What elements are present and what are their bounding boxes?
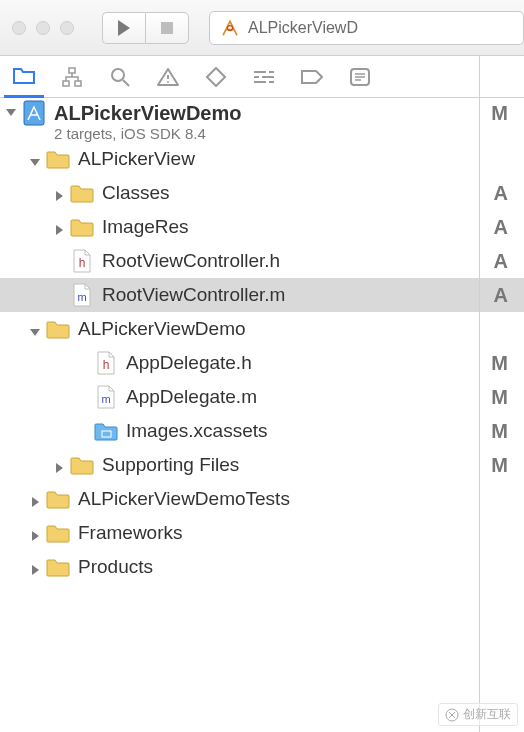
tree-item-label: AppDelegate.m: [126, 386, 257, 408]
tree-item-label: Supporting Files: [102, 454, 239, 476]
navigator-filter-bar: [0, 56, 524, 98]
folder-icon: [46, 488, 70, 510]
scm-status: A: [494, 284, 508, 307]
tree-row[interactable]: RootViewController.mA: [0, 278, 524, 312]
scm-status: M: [491, 386, 508, 409]
scm-status: A: [494, 216, 508, 239]
folder-icon: [46, 318, 70, 340]
test-navigator-tab[interactable]: [196, 57, 236, 97]
tree-item-label: Products: [78, 556, 153, 578]
search-icon: [110, 67, 130, 87]
scm-status: M: [491, 454, 508, 477]
disclosure-triangle: [52, 288, 66, 302]
tree-row[interactable]: Supporting FilesM: [0, 448, 524, 482]
report-navigator-tab[interactable]: [340, 57, 380, 97]
tree-row[interactable]: AppDelegate.mM: [0, 380, 524, 414]
disclosure-triangle[interactable]: [52, 458, 66, 472]
tree-item-label: Classes: [102, 182, 170, 204]
disclosure-triangle: [76, 356, 90, 370]
folder-icon: [13, 66, 35, 84]
tree-item-label: ALPickerView: [78, 148, 195, 170]
play-icon: [117, 20, 131, 36]
project-subtitle: 2 targets, iOS SDK 8.4: [54, 125, 242, 142]
app-icon: [220, 18, 240, 38]
svg-point-5: [112, 69, 124, 81]
breakpoint-navigator-tab[interactable]: [292, 57, 332, 97]
disclosure-triangle[interactable]: [4, 102, 18, 116]
tree-row[interactable]: ImageResA: [0, 210, 524, 244]
tree-item-label: ALPickerViewDemoTests: [78, 488, 290, 510]
symbol-navigator-tab[interactable]: [52, 57, 92, 97]
tree-row[interactable]: Images.xcassetsM: [0, 414, 524, 448]
svg-point-8: [167, 81, 169, 83]
disclosure-triangle[interactable]: [28, 322, 42, 336]
issue-navigator-tab[interactable]: [148, 57, 188, 97]
minimize-window-button[interactable]: [36, 21, 50, 35]
tree-row[interactable]: ALPickerViewDemo: [0, 312, 524, 346]
hierarchy-icon: [61, 67, 83, 87]
tree-row[interactable]: RootViewController.hA: [0, 244, 524, 278]
run-stop-group: [102, 12, 189, 44]
stop-icon: [160, 21, 174, 35]
zoom-window-button[interactable]: [60, 21, 74, 35]
tree-row[interactable]: Products: [0, 550, 524, 584]
diamond-icon: [206, 67, 226, 87]
implementation-file-icon: [94, 386, 118, 408]
disclosure-triangle[interactable]: [52, 186, 66, 200]
scm-status: A: [494, 250, 508, 273]
implementation-file-icon: [70, 284, 94, 306]
tree-item-label: Frameworks: [78, 522, 183, 544]
scheme-selector[interactable]: ALPickerViewD: [209, 11, 524, 45]
header-file-icon: [94, 352, 118, 374]
xcode-project-icon: [22, 102, 46, 124]
disclosure-triangle: [76, 390, 90, 404]
close-window-button[interactable]: [12, 21, 26, 35]
breakpoint-icon: [301, 69, 323, 85]
folder-icon: [70, 182, 94, 204]
project-navigator: ALPickerViewDemo 2 targets, iOS SDK 8.4 …: [0, 98, 524, 732]
disclosure-triangle[interactable]: [28, 492, 42, 506]
scm-status: A: [494, 182, 508, 205]
tree-item-label: RootViewController.h: [102, 250, 280, 272]
scheme-title: ALPickerViewD: [248, 19, 358, 37]
debug-navigator-tab[interactable]: [244, 57, 284, 97]
svg-line-6: [123, 80, 129, 86]
run-button[interactable]: [102, 12, 145, 44]
window-toolbar: ALPickerViewD: [0, 0, 524, 56]
svg-rect-4: [75, 81, 81, 86]
stop-button[interactable]: [145, 12, 189, 44]
folder-icon: [46, 556, 70, 578]
watermark-icon: [445, 708, 459, 722]
tree-row[interactable]: ClassesA: [0, 176, 524, 210]
disclosure-triangle: [52, 254, 66, 268]
watermark: 创新互联: [438, 703, 518, 726]
traffic-lights: [12, 21, 74, 35]
tree-row[interactable]: Frameworks: [0, 516, 524, 550]
assets-folder-icon: [94, 420, 118, 442]
folder-icon: [70, 216, 94, 238]
folder-icon: [70, 454, 94, 476]
folder-icon: [46, 148, 70, 170]
find-navigator-tab[interactable]: [100, 57, 140, 97]
disclosure-triangle[interactable]: [52, 220, 66, 234]
svg-rect-3: [63, 81, 69, 86]
tree-item-label: ALPickerViewDemo: [78, 318, 246, 340]
warning-icon: [157, 67, 179, 87]
tree-item-label: Images.xcassets: [126, 420, 268, 442]
header-file-icon: [70, 250, 94, 272]
log-icon: [350, 68, 370, 86]
scm-status: M: [491, 352, 508, 375]
scm-status: M: [491, 102, 508, 125]
disclosure-triangle[interactable]: [28, 526, 42, 540]
disclosure-triangle[interactable]: [28, 152, 42, 166]
project-navigator-tab[interactable]: [4, 56, 44, 98]
tree-row[interactable]: ALPickerViewDemoTests: [0, 482, 524, 516]
tree-row[interactable]: ALPickerView: [0, 142, 524, 176]
tree-row[interactable]: AppDelegate.hM: [0, 346, 524, 380]
project-root-row[interactable]: ALPickerViewDemo 2 targets, iOS SDK 8.4 …: [0, 98, 524, 142]
gauge-icon: [253, 69, 275, 85]
disclosure-triangle[interactable]: [28, 560, 42, 574]
disclosure-triangle: [76, 424, 90, 438]
pane-divider[interactable]: [479, 56, 480, 732]
project-name: ALPickerViewDemo: [54, 102, 242, 125]
